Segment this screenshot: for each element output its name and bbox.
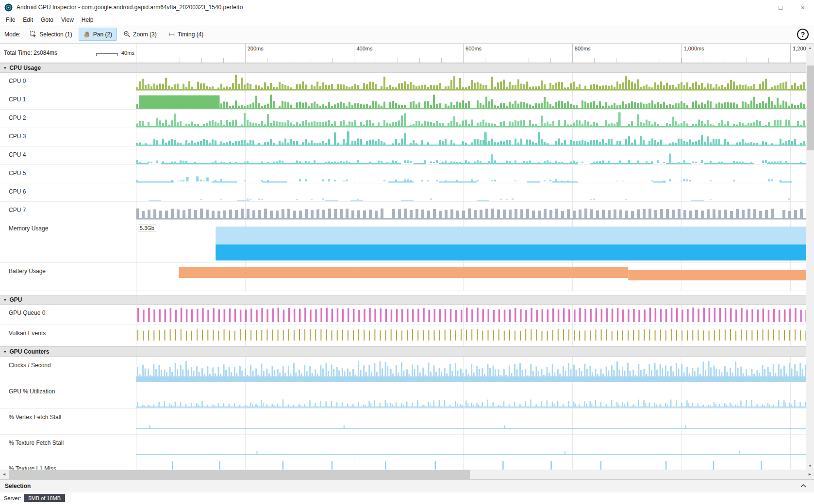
status-divider xyxy=(70,494,70,502)
track-chart-cpu-1[interactable] xyxy=(136,91,806,109)
section-header-gpu[interactable]: ▾GPU xyxy=(0,295,806,305)
ruler-tick-label: 1,000ms xyxy=(684,46,704,51)
track-label: GPU Queue 0 xyxy=(0,305,136,325)
timeline-viewport: ▾CPU UsageCPU 0CPU 1CPU 2CPU 3CPU 4CPU 5… xyxy=(0,63,806,470)
track-row-vulkan-events: Vulkan Events xyxy=(0,325,806,346)
timeline-tracks: ▾CPU UsageCPU 0CPU 1CPU 2CPU 3CPU 4CPU 5… xyxy=(0,63,806,470)
track-plot xyxy=(136,146,806,164)
minimize-button[interactable]: — xyxy=(747,0,769,15)
track-chart-cpu-4[interactable] xyxy=(136,146,806,164)
track-row-cpu-5: CPU 5 xyxy=(0,165,806,183)
track-label: CPU 6 xyxy=(0,183,136,201)
track-chart-vulkan-events[interactable] xyxy=(136,325,806,346)
scroll-up-icon[interactable]: ▲ xyxy=(806,44,814,51)
collapse-up-icon[interactable] xyxy=(800,484,807,488)
track-chart-cpu-0[interactable] xyxy=(136,73,806,91)
track-plot xyxy=(136,73,806,91)
ruler-scale-area[interactable]: 200ms400ms600ms800ms1,000ms1,200ms xyxy=(136,44,806,63)
close-button[interactable]: × xyxy=(792,0,814,15)
mode-button-pan[interactable]: Pan (2) xyxy=(79,28,117,41)
horizontal-scrollbar[interactable]: ◀ ▶ xyxy=(0,470,814,479)
help-button[interactable]: ? xyxy=(797,29,809,40)
track-plot xyxy=(136,202,806,220)
track-label: GPU % Utilization xyxy=(0,383,136,408)
mode-button-label: Selection (1) xyxy=(39,31,72,38)
scroll-down-icon[interactable]: ▼ xyxy=(806,462,814,470)
track-label: CPU 4 xyxy=(0,146,136,164)
track-row-texture-l1-miss: % Texture L1 Miss xyxy=(0,460,806,470)
server-memory-badge: 5MB of 18MB xyxy=(24,494,65,502)
track-plot: 5.3Gb xyxy=(136,220,806,262)
track-spacer xyxy=(0,291,806,295)
track-plot xyxy=(136,325,806,346)
toolbar: Mode: Selection (1)Pan (2)Zoom (3)Timing… xyxy=(0,25,814,44)
menu-item-edit[interactable]: Edit xyxy=(19,16,37,24)
menu-bar: FileEditGotoViewHelp xyxy=(0,15,814,25)
ruler-tick-label: 600ms xyxy=(465,46,482,51)
window-title: Android GPU Inspector - com.google.andro… xyxy=(17,4,243,11)
track-chart-vertex-fetch-stall[interactable] xyxy=(136,409,806,434)
track-chart-cpu-5[interactable] xyxy=(136,165,806,183)
section-header-gpu-counters[interactable]: ▾GPU Counters xyxy=(0,346,806,357)
mode-buttons: Selection (1)Pan (2)Zoom (3)Timing (4) xyxy=(25,28,210,41)
track-row-cpu-6: CPU 6 xyxy=(0,183,806,202)
menu-item-file[interactable]: File xyxy=(2,16,19,24)
track-chart-gpu-utilization[interactable] xyxy=(136,383,806,408)
track-row-gpu-queue-0: GPU Queue 0 xyxy=(0,305,806,325)
track-label: CPU 2 xyxy=(0,110,136,128)
track-label: CPU 7 xyxy=(0,202,136,220)
track-plot xyxy=(136,263,806,291)
track-label: % Texture Fetch Stall xyxy=(0,435,136,460)
track-chart-cpu-7[interactable] xyxy=(136,202,806,220)
horizontal-scrollbar-thumb[interactable] xyxy=(9,470,470,479)
track-label: Battery Usage xyxy=(0,263,136,291)
mode-button-label: Pan (2) xyxy=(93,31,112,38)
track-chart-texture-l1-miss[interactable] xyxy=(136,460,806,470)
track-chart-texture-fetch-stall[interactable] xyxy=(136,435,806,460)
app-window: Android GPU Inspector - com.google.andro… xyxy=(0,0,814,504)
track-plot xyxy=(136,435,806,460)
server-label: Server: xyxy=(4,495,21,501)
track-label: CPU 1 xyxy=(0,91,136,109)
maximize-button[interactable]: □ xyxy=(769,0,792,15)
menu-item-help[interactable]: Help xyxy=(78,16,98,24)
total-time-label: Total Time: 2s084ms xyxy=(4,49,57,56)
track-chart-cpu-3[interactable] xyxy=(136,128,806,146)
track-row-clocks-second: Clocks / Second xyxy=(0,357,806,383)
status-bar: Server: 5MB of 18MB xyxy=(0,492,814,504)
track-chart-battery-usage[interactable] xyxy=(136,263,806,291)
vertical-scrollbar[interactable]: ▲ ▼ xyxy=(806,44,814,470)
collapse-triangle-icon: ▾ xyxy=(4,65,6,70)
collapse-triangle-icon: ▾ xyxy=(4,349,6,354)
track-row-battery-usage: Battery Usage xyxy=(0,263,806,291)
scroll-left-icon[interactable]: ◀ xyxy=(0,470,8,479)
track-row-cpu-0: CPU 0 xyxy=(0,73,806,91)
track-chart-clocks-second[interactable] xyxy=(136,357,806,383)
menu-item-goto[interactable]: Goto xyxy=(37,16,57,24)
menu-item-view[interactable]: View xyxy=(57,16,78,24)
mode-button-timing[interactable]: Timing (4) xyxy=(163,28,209,41)
track-chart-cpu-6[interactable] xyxy=(136,183,806,201)
vertical-scrollbar-thumb[interactable] xyxy=(807,65,814,150)
track-row-vertex-fetch-stall: % Vertex Fetch Stall xyxy=(0,409,806,435)
mode-button-label: Timing (4) xyxy=(178,31,204,38)
app-logo-icon xyxy=(4,3,13,12)
time-scale-bracket-icon xyxy=(96,53,118,56)
track-plot xyxy=(136,165,806,183)
track-label: CPU 0 xyxy=(0,73,136,91)
selection-panel-header[interactable]: Selection xyxy=(0,479,814,492)
horizontal-scrollbar-track[interactable] xyxy=(8,470,806,479)
mode-button-zoom[interactable]: Zoom (3) xyxy=(118,28,162,41)
selection-panel-title: Selection xyxy=(5,483,31,489)
track-row-cpu-3: CPU 3 xyxy=(0,128,806,146)
track-chart-memory-usage[interactable] xyxy=(136,220,806,262)
track-row-cpu-2: CPU 2 xyxy=(0,110,806,128)
track-chart-gpu-queue-0[interactable] xyxy=(136,305,806,325)
collapse-triangle-icon: ▾ xyxy=(4,297,6,302)
scroll-right-icon[interactable]: ▶ xyxy=(806,470,814,479)
track-chart-cpu-2[interactable] xyxy=(136,110,806,128)
section-header-cpu-usage[interactable]: ▾CPU Usage xyxy=(0,63,806,73)
mode-button-selection[interactable]: Selection (1) xyxy=(25,28,77,41)
track-plot xyxy=(136,183,806,201)
timeline-ruler[interactable]: Total Time: 2s084ms 40ms 200ms400ms600ms… xyxy=(0,44,806,63)
